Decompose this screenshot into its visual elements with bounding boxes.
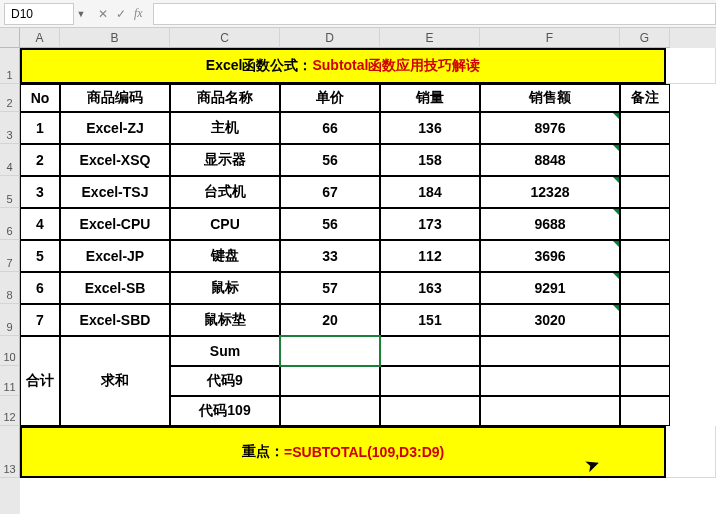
cell-remark[interactable] <box>620 144 670 176</box>
cell-name[interactable]: 鼠标 <box>170 272 280 304</box>
cell-price[interactable]: 66 <box>280 112 380 144</box>
cell[interactable] <box>280 396 380 426</box>
confirm-icon[interactable]: ✓ <box>116 7 126 21</box>
cell-qty[interactable]: 184 <box>380 176 480 208</box>
cell[interactable] <box>666 48 716 84</box>
cell-remark[interactable] <box>620 112 670 144</box>
select-all-corner[interactable] <box>0 28 20 48</box>
cell-sales[interactable]: 9688 <box>480 208 620 240</box>
cell-qty[interactable]: 112 <box>380 240 480 272</box>
cell-qty[interactable]: 158 <box>380 144 480 176</box>
cell-qty[interactable]: 173 <box>380 208 480 240</box>
cell-code[interactable]: Excel-JP <box>60 240 170 272</box>
row-header[interactable]: 12 <box>0 396 20 426</box>
row-header[interactable]: 5 <box>0 176 20 208</box>
cell-code[interactable]: Excel-SB <box>60 272 170 304</box>
cell[interactable] <box>480 366 620 396</box>
cell-remark[interactable] <box>620 240 670 272</box>
cell-price[interactable]: 56 <box>280 208 380 240</box>
row-header[interactable]: 11 <box>0 366 20 396</box>
cell-no[interactable]: 5 <box>20 240 60 272</box>
header-price[interactable]: 单价 <box>280 84 380 112</box>
cell-name[interactable]: 显示器 <box>170 144 280 176</box>
cell-remark[interactable] <box>620 304 670 336</box>
row-header[interactable]: 2 <box>0 84 20 112</box>
row-header[interactable]: 8 <box>0 272 20 304</box>
cell-no[interactable]: 1 <box>20 112 60 144</box>
row-header[interactable]: 10 <box>0 336 20 366</box>
cell-price[interactable]: 20 <box>280 304 380 336</box>
cell-sales[interactable]: 3696 <box>480 240 620 272</box>
cell-d10[interactable] <box>280 336 380 366</box>
cell-remark[interactable] <box>620 208 670 240</box>
row-header[interactable]: 13 <box>0 426 20 478</box>
cell[interactable] <box>666 426 716 478</box>
header-code[interactable]: 商品编码 <box>60 84 170 112</box>
sum-merged-method[interactable]: 求和 <box>60 336 170 426</box>
cell-qty[interactable]: 163 <box>380 272 480 304</box>
col-header[interactable]: C <box>170 28 280 48</box>
header-no[interactable]: No <box>20 84 60 112</box>
cell-qty[interactable]: 151 <box>380 304 480 336</box>
col-header[interactable]: E <box>380 28 480 48</box>
row-header[interactable]: 9 <box>0 304 20 336</box>
col-header[interactable]: G <box>620 28 670 48</box>
fx-icon[interactable]: fx <box>134 6 143 21</box>
cell-code[interactable]: Excel-ZJ <box>60 112 170 144</box>
sum-row1-c[interactable]: Sum <box>170 336 280 366</box>
cell-price[interactable]: 57 <box>280 272 380 304</box>
cell[interactable] <box>280 366 380 396</box>
cell-name[interactable]: 主机 <box>170 112 280 144</box>
cell-name[interactable]: 键盘 <box>170 240 280 272</box>
cell-sales[interactable]: 8976 <box>480 112 620 144</box>
cell-remark[interactable] <box>620 272 670 304</box>
col-header[interactable]: A <box>20 28 60 48</box>
cell-qty[interactable]: 136 <box>380 112 480 144</box>
sum-row3-c[interactable]: 代码109 <box>170 396 280 426</box>
cell-price[interactable]: 67 <box>280 176 380 208</box>
cell-price[interactable]: 56 <box>280 144 380 176</box>
title-cell[interactable]: Excel函数公式： Subtotal函数应用技巧解读 <box>20 48 666 84</box>
cell[interactable] <box>480 336 620 366</box>
name-box-dropdown-icon[interactable]: ▼ <box>74 9 88 19</box>
cell-no[interactable]: 7 <box>20 304 60 336</box>
row-header[interactable]: 3 <box>0 112 20 144</box>
cell-sales[interactable]: 9291 <box>480 272 620 304</box>
col-header[interactable]: F <box>480 28 620 48</box>
cell[interactable] <box>620 396 670 426</box>
header-sales[interactable]: 销售额 <box>480 84 620 112</box>
name-box[interactable]: D10 <box>4 3 74 25</box>
cell-no[interactable]: 4 <box>20 208 60 240</box>
row-header[interactable]: 6 <box>0 208 20 240</box>
cell[interactable] <box>620 336 670 366</box>
formula-input[interactable] <box>153 3 716 25</box>
row-header[interactable]: 7 <box>0 240 20 272</box>
row-header[interactable]: 1 <box>0 48 20 84</box>
cell-remark[interactable] <box>620 176 670 208</box>
cell-sales[interactable]: 12328 <box>480 176 620 208</box>
cell-code[interactable]: Excel-XSQ <box>60 144 170 176</box>
cell-name[interactable]: 鼠标垫 <box>170 304 280 336</box>
col-header[interactable]: B <box>60 28 170 48</box>
cell-no[interactable]: 2 <box>20 144 60 176</box>
cancel-icon[interactable]: ✕ <box>98 7 108 21</box>
cell[interactable] <box>480 396 620 426</box>
cell-sales[interactable]: 3020 <box>480 304 620 336</box>
header-name[interactable]: 商品名称 <box>170 84 280 112</box>
cell-no[interactable]: 6 <box>20 272 60 304</box>
sum-row2-c[interactable]: 代码9 <box>170 366 280 396</box>
cell[interactable] <box>380 366 480 396</box>
cell[interactable] <box>620 366 670 396</box>
cell-name[interactable]: 台式机 <box>170 176 280 208</box>
footer-cell[interactable]: 重点： =SUBTOTAL(109,D3:D9) ➤ <box>20 426 666 478</box>
col-header[interactable]: D <box>280 28 380 48</box>
cell[interactable] <box>380 336 480 366</box>
cell-no[interactable]: 3 <box>20 176 60 208</box>
cell[interactable] <box>380 396 480 426</box>
cell-name[interactable]: CPU <box>170 208 280 240</box>
sum-merged-label[interactable]: 合计 <box>20 336 60 426</box>
cell-code[interactable]: Excel-TSJ <box>60 176 170 208</box>
row-header[interactable]: 4 <box>0 144 20 176</box>
cell-code[interactable]: Excel-CPU <box>60 208 170 240</box>
header-qty[interactable]: 销量 <box>380 84 480 112</box>
